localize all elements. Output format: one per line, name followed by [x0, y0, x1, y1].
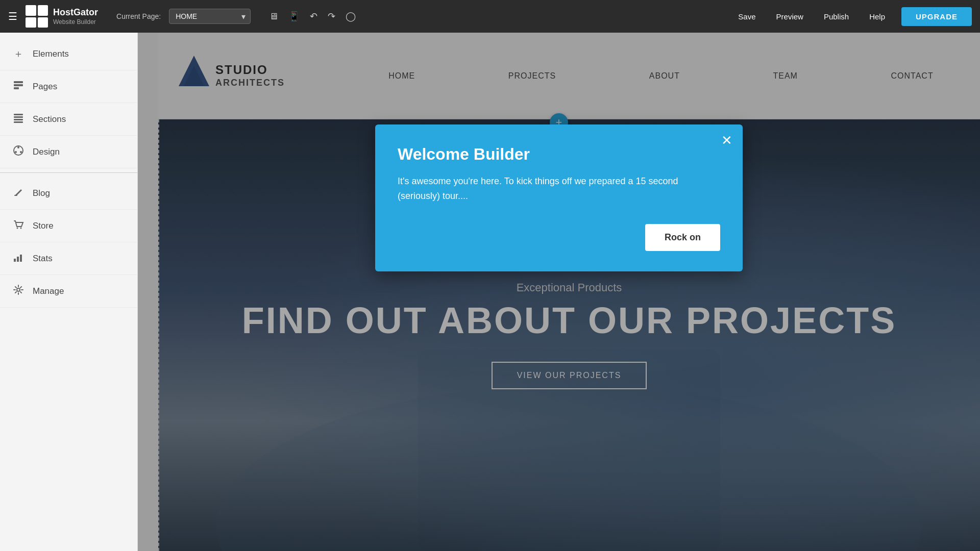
svg-rect-4 [14, 116, 23, 118]
topbar-actions: Save Preview Publish Help UPGRADE [730, 7, 972, 26]
manage-icon [12, 284, 24, 298]
publish-button[interactable]: Publish [816, 8, 857, 25]
store-icon [12, 219, 24, 233]
svg-rect-15 [17, 257, 19, 262]
canvas: STUDIO ARCHITECTS HOME PROJECTS ABOUT TE… [138, 33, 980, 551]
undo-icon[interactable]: ↶ [310, 11, 317, 22]
rock-on-button[interactable]: Rock on [645, 224, 720, 251]
sidebar-item-pages[interactable]: Pages [0, 70, 137, 103]
sidebar-item-blog[interactable]: Blog [0, 177, 137, 210]
sections-icon [12, 112, 24, 126]
menu-icon[interactable]: ☰ [8, 10, 17, 22]
design-icon [12, 145, 24, 159]
svg-point-17 [17, 288, 20, 291]
preview-button[interactable]: Preview [768, 8, 812, 25]
save-button[interactable]: Save [730, 8, 764, 25]
elements-icon: ＋ [12, 47, 24, 61]
page-select-wrapper: HOME ABOUT PROJECTS TEAM CONTACT [169, 9, 251, 24]
svg-rect-14 [14, 259, 16, 262]
upgrade-button[interactable]: UPGRADE [901, 7, 972, 26]
welcome-modal: ✕ Welcome Builder It's awesome you're he… [375, 124, 743, 271]
sidebar-item-label: Pages [33, 82, 57, 92]
svg-point-9 [20, 151, 22, 153]
topbar-toolbar: 🖥 📱 ↶ ↷ ◯ [269, 11, 356, 22]
svg-rect-5 [14, 119, 23, 120]
page-select[interactable]: HOME ABOUT PROJECTS TEAM CONTACT [169, 9, 251, 24]
sidebar-item-stats[interactable]: Stats [0, 242, 137, 275]
topbar: ☰ HostGator Website Builder Current Page… [0, 0, 980, 33]
logo-icon [26, 5, 48, 28]
svg-rect-1 [14, 84, 23, 86]
sidebar-item-label: Manage [33, 286, 64, 296]
svg-rect-11 [14, 195, 17, 196]
sidebar-item-label: Design [33, 147, 60, 157]
sidebar-item-sections[interactable]: Sections [0, 103, 137, 136]
stats-icon [12, 252, 24, 265]
logo-text: HostGator Website Builder [53, 7, 98, 26]
sidebar-item-manage[interactable]: Manage [0, 275, 137, 308]
sidebar-item-elements[interactable]: ＋ Elements [0, 38, 137, 70]
svg-rect-6 [14, 121, 23, 123]
modal-close-button[interactable]: ✕ [721, 133, 732, 148]
sidebar-divider [0, 172, 137, 173]
desktop-icon[interactable]: 🖥 [269, 11, 278, 22]
svg-rect-2 [14, 87, 19, 89]
history-icon[interactable]: ◯ [346, 11, 356, 22]
modal-overlay: ✕ Welcome Builder It's awesome you're he… [138, 33, 980, 551]
pages-icon [12, 80, 24, 93]
sidebar: ＋ Elements Pages Sections Design Blog St… [0, 33, 138, 551]
page-label: Current Page: [116, 12, 161, 20]
svg-rect-0 [14, 81, 23, 83]
sidebar-item-store[interactable]: Store [0, 210, 137, 242]
topbar-logo: HostGator Website Builder [26, 5, 98, 28]
help-button[interactable]: Help [861, 8, 893, 25]
svg-rect-3 [14, 114, 23, 115]
svg-point-10 [15, 151, 17, 153]
blog-icon [12, 186, 24, 200]
modal-title: Welcome Builder [398, 145, 720, 164]
sidebar-item-label: Sections [33, 114, 66, 124]
svg-rect-16 [20, 255, 22, 262]
modal-action-area: Rock on [398, 224, 720, 251]
sidebar-item-label: Stats [33, 254, 53, 264]
modal-body: It's awesome you're here. To kick things… [398, 174, 720, 204]
sidebar-item-label: Elements [33, 49, 69, 59]
svg-point-13 [20, 228, 22, 229]
redo-icon[interactable]: ↷ [328, 11, 335, 22]
svg-point-8 [17, 146, 19, 148]
sidebar-item-label: Blog [33, 188, 50, 198]
sidebar-item-design[interactable]: Design [0, 136, 137, 168]
tablet-icon[interactable]: 📱 [288, 11, 300, 22]
svg-point-12 [17, 228, 18, 229]
sidebar-item-label: Store [33, 221, 54, 231]
